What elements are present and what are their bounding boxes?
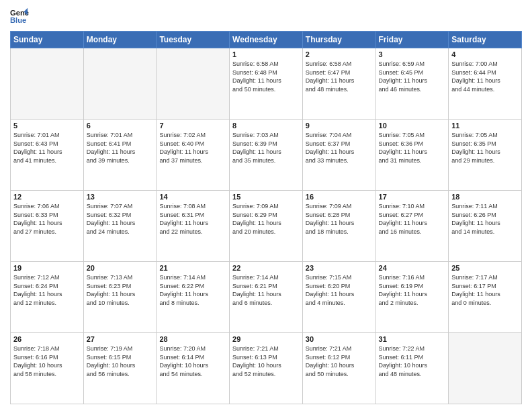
day-info: Sunrise: 7:01 AM Sunset: 6:41 PM Dayligh… bbox=[87, 131, 154, 165]
calendar-cell: 10Sunrise: 7:05 AM Sunset: 6:36 PM Dayli… bbox=[375, 120, 449, 191]
day-number: 18 bbox=[451, 193, 519, 201]
day-number: 29 bbox=[232, 335, 300, 343]
svg-text:Blue: Blue bbox=[10, 16, 26, 24]
day-info: Sunrise: 7:19 AM Sunset: 6:15 PM Dayligh… bbox=[87, 345, 154, 378]
day-info: Sunrise: 7:16 AM Sunset: 6:19 PM Dayligh… bbox=[379, 273, 446, 307]
day-info: Sunrise: 7:01 AM Sunset: 6:43 PM Dayligh… bbox=[13, 131, 81, 165]
page: General Blue SundayMondayTuesdayWednesda… bbox=[0, 0, 532, 411]
week-row-3: 19Sunrise: 7:12 AM Sunset: 6:24 PM Dayli… bbox=[11, 262, 522, 333]
day-number: 19 bbox=[13, 264, 81, 272]
day-number: 26 bbox=[13, 335, 81, 343]
day-number: 17 bbox=[379, 193, 446, 201]
calendar-cell: 13Sunrise: 7:07 AM Sunset: 6:32 PM Dayli… bbox=[83, 191, 157, 262]
day-info: Sunrise: 7:17 AM Sunset: 6:17 PM Dayligh… bbox=[451, 273, 519, 307]
calendar-cell bbox=[449, 333, 522, 404]
logo-icon: General Blue bbox=[10, 7, 29, 26]
calendar-cell bbox=[83, 48, 157, 120]
calendar-cell: 22Sunrise: 7:14 AM Sunset: 6:21 PM Dayli… bbox=[230, 262, 303, 333]
day-number: 1 bbox=[232, 50, 300, 58]
day-number: 22 bbox=[232, 264, 300, 272]
day-info: Sunrise: 7:09 AM Sunset: 6:28 PM Dayligh… bbox=[306, 202, 373, 236]
day-number: 7 bbox=[159, 122, 226, 130]
day-number: 11 bbox=[451, 122, 519, 130]
day-number: 25 bbox=[451, 264, 519, 272]
day-number: 27 bbox=[87, 335, 154, 343]
day-number: 28 bbox=[159, 335, 226, 343]
calendar-table: SundayMondayTuesdayWednesdayThursdayFrid… bbox=[10, 31, 522, 404]
day-info: Sunrise: 7:03 AM Sunset: 6:39 PM Dayligh… bbox=[232, 131, 300, 165]
calendar-cell: 30Sunrise: 7:21 AM Sunset: 6:12 PM Dayli… bbox=[302, 333, 375, 404]
calendar-cell: 27Sunrise: 7:19 AM Sunset: 6:15 PM Dayli… bbox=[83, 333, 157, 404]
weekday-header-sunday: Sunday bbox=[11, 32, 84, 48]
day-number: 2 bbox=[306, 50, 373, 58]
weekday-header-thursday: Thursday bbox=[302, 32, 375, 48]
day-number: 14 bbox=[159, 193, 226, 201]
day-info: Sunrise: 7:10 AM Sunset: 6:27 PM Dayligh… bbox=[379, 202, 446, 236]
weekday-header-friday: Friday bbox=[375, 32, 449, 48]
calendar-cell: 2Sunrise: 6:58 AM Sunset: 6:47 PM Daylig… bbox=[302, 48, 375, 120]
day-info: Sunrise: 6:59 AM Sunset: 6:45 PM Dayligh… bbox=[379, 60, 446, 93]
calendar-cell: 4Sunrise: 7:00 AM Sunset: 6:44 PM Daylig… bbox=[449, 48, 522, 120]
calendar-cell: 14Sunrise: 7:08 AM Sunset: 6:31 PM Dayli… bbox=[157, 191, 230, 262]
week-row-0: 1Sunrise: 6:58 AM Sunset: 6:48 PM Daylig… bbox=[11, 48, 522, 120]
day-info: Sunrise: 7:11 AM Sunset: 6:26 PM Dayligh… bbox=[451, 202, 519, 236]
calendar-cell: 26Sunrise: 7:18 AM Sunset: 6:16 PM Dayli… bbox=[11, 333, 84, 404]
calendar-cell: 17Sunrise: 7:10 AM Sunset: 6:27 PM Dayli… bbox=[375, 191, 449, 262]
day-info: Sunrise: 7:20 AM Sunset: 6:14 PM Dayligh… bbox=[159, 345, 226, 378]
day-info: Sunrise: 7:21 AM Sunset: 6:12 PM Dayligh… bbox=[306, 345, 373, 378]
day-number: 20 bbox=[87, 264, 154, 272]
day-number: 4 bbox=[451, 50, 519, 58]
day-info: Sunrise: 7:04 AM Sunset: 6:37 PM Dayligh… bbox=[306, 131, 373, 165]
calendar-cell: 6Sunrise: 7:01 AM Sunset: 6:41 PM Daylig… bbox=[83, 120, 157, 191]
header: General Blue bbox=[10, 7, 522, 26]
calendar-cell: 25Sunrise: 7:17 AM Sunset: 6:17 PM Dayli… bbox=[449, 262, 522, 333]
calendar-cell: 20Sunrise: 7:13 AM Sunset: 6:23 PM Dayli… bbox=[83, 262, 157, 333]
day-info: Sunrise: 6:58 AM Sunset: 6:48 PM Dayligh… bbox=[232, 60, 300, 93]
week-row-2: 12Sunrise: 7:06 AM Sunset: 6:33 PM Dayli… bbox=[11, 191, 522, 262]
day-info: Sunrise: 7:05 AM Sunset: 6:35 PM Dayligh… bbox=[451, 131, 519, 165]
calendar-cell: 12Sunrise: 7:06 AM Sunset: 6:33 PM Dayli… bbox=[11, 191, 84, 262]
calendar-cell: 7Sunrise: 7:02 AM Sunset: 6:40 PM Daylig… bbox=[157, 120, 230, 191]
day-number: 23 bbox=[306, 264, 373, 272]
day-info: Sunrise: 7:12 AM Sunset: 6:24 PM Dayligh… bbox=[13, 273, 81, 307]
day-info: Sunrise: 7:02 AM Sunset: 6:40 PM Dayligh… bbox=[159, 131, 226, 165]
day-number: 13 bbox=[87, 193, 154, 201]
day-number: 5 bbox=[13, 122, 81, 130]
calendar-cell: 1Sunrise: 6:58 AM Sunset: 6:48 PM Daylig… bbox=[230, 48, 303, 120]
day-info: Sunrise: 7:09 AM Sunset: 6:29 PM Dayligh… bbox=[232, 202, 300, 236]
day-info: Sunrise: 7:08 AM Sunset: 6:31 PM Dayligh… bbox=[159, 202, 226, 236]
calendar-cell: 3Sunrise: 6:59 AM Sunset: 6:45 PM Daylig… bbox=[375, 48, 449, 120]
day-info: Sunrise: 7:15 AM Sunset: 6:20 PM Dayligh… bbox=[306, 273, 373, 307]
calendar-cell: 29Sunrise: 7:21 AM Sunset: 6:13 PM Dayli… bbox=[230, 333, 303, 404]
calendar-cell bbox=[11, 48, 84, 120]
calendar-cell: 28Sunrise: 7:20 AM Sunset: 6:14 PM Dayli… bbox=[157, 333, 230, 404]
calendar-cell: 5Sunrise: 7:01 AM Sunset: 6:43 PM Daylig… bbox=[11, 120, 84, 191]
calendar-cell: 31Sunrise: 7:22 AM Sunset: 6:11 PM Dayli… bbox=[375, 333, 449, 404]
day-number: 3 bbox=[379, 50, 446, 58]
day-number: 15 bbox=[232, 193, 300, 201]
calendar-cell bbox=[157, 48, 230, 120]
day-info: Sunrise: 7:06 AM Sunset: 6:33 PM Dayligh… bbox=[13, 202, 81, 236]
day-number: 10 bbox=[379, 122, 446, 130]
day-number: 6 bbox=[87, 122, 154, 130]
day-info: Sunrise: 7:00 AM Sunset: 6:44 PM Dayligh… bbox=[451, 60, 519, 93]
calendar-cell: 23Sunrise: 7:15 AM Sunset: 6:20 PM Dayli… bbox=[302, 262, 375, 333]
day-number: 16 bbox=[306, 193, 373, 201]
weekday-header-tuesday: Tuesday bbox=[157, 32, 230, 48]
calendar-cell: 24Sunrise: 7:16 AM Sunset: 6:19 PM Dayli… bbox=[375, 262, 449, 333]
day-info: Sunrise: 6:58 AM Sunset: 6:47 PM Dayligh… bbox=[306, 60, 373, 93]
weekday-header-saturday: Saturday bbox=[449, 32, 522, 48]
day-info: Sunrise: 7:14 AM Sunset: 6:21 PM Dayligh… bbox=[232, 273, 300, 307]
day-number: 31 bbox=[379, 335, 446, 343]
weekday-header-row: SundayMondayTuesdayWednesdayThursdayFrid… bbox=[11, 32, 522, 48]
calendar-cell: 15Sunrise: 7:09 AM Sunset: 6:29 PM Dayli… bbox=[230, 191, 303, 262]
day-number: 8 bbox=[232, 122, 300, 130]
day-number: 24 bbox=[379, 264, 446, 272]
day-number: 30 bbox=[306, 335, 373, 343]
weekday-header-wednesday: Wednesday bbox=[230, 32, 303, 48]
calendar-cell: 11Sunrise: 7:05 AM Sunset: 6:35 PM Dayli… bbox=[449, 120, 522, 191]
calendar-cell: 19Sunrise: 7:12 AM Sunset: 6:24 PM Dayli… bbox=[11, 262, 84, 333]
calendar-cell: 16Sunrise: 7:09 AM Sunset: 6:28 PM Dayli… bbox=[302, 191, 375, 262]
day-number: 12 bbox=[13, 193, 81, 201]
week-row-4: 26Sunrise: 7:18 AM Sunset: 6:16 PM Dayli… bbox=[11, 333, 522, 404]
